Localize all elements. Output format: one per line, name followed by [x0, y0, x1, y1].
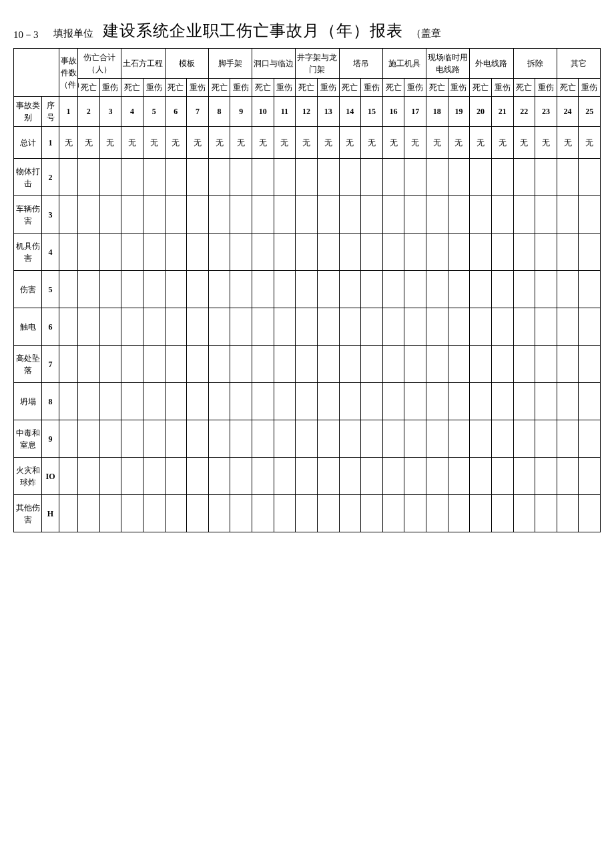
- cell: [274, 159, 296, 196]
- cell: [78, 308, 100, 346]
- column-sub-9-0: 死亡: [426, 79, 448, 97]
- cell: [143, 383, 165, 420]
- cell: [448, 196, 470, 234]
- cell: 无: [513, 127, 535, 159]
- cell: [187, 196, 209, 234]
- cell: 无: [121, 127, 143, 159]
- cell: [121, 196, 143, 234]
- page-header: 10－3 填报单位 建设系统企业职工伤亡事故月（年）报表 （盖章: [13, 20, 601, 41]
- column-sub-7-1: 重伤: [361, 79, 383, 97]
- col-number-23: 23: [535, 97, 557, 127]
- cell: [99, 271, 121, 308]
- column-sub-2-0: 死亡: [121, 79, 143, 97]
- cell: [59, 234, 78, 271]
- cell: [121, 308, 143, 346]
- cell: [513, 271, 535, 308]
- cell: [208, 346, 230, 383]
- cell: [491, 458, 513, 495]
- cell: 无: [361, 127, 383, 159]
- table-row: 触电6: [14, 308, 601, 346]
- column-sub-11-1: 重伤: [535, 79, 557, 97]
- column-group-8: 施工机具: [382, 49, 426, 79]
- cell: [339, 495, 361, 532]
- cell: [187, 308, 209, 346]
- cell: [208, 458, 230, 495]
- table-row: 物体打击2: [14, 159, 601, 196]
- cell: [426, 458, 448, 495]
- cell: [513, 196, 535, 234]
- column-sub-5-1: 重伤: [274, 79, 296, 97]
- reporting-unit-label: 填报单位: [53, 27, 93, 41]
- cell: [317, 458, 339, 495]
- row-seq: 4: [42, 234, 59, 271]
- cell: [579, 458, 601, 495]
- row-seq: 6: [42, 308, 59, 346]
- column-sub-7-0: 死亡: [339, 79, 361, 97]
- cell: [491, 234, 513, 271]
- cell: [557, 346, 579, 383]
- cell: [491, 308, 513, 346]
- cell: 无: [404, 127, 426, 159]
- cell: [535, 495, 557, 532]
- cell: [296, 196, 318, 234]
- cell: [579, 346, 601, 383]
- cell: [274, 495, 296, 532]
- cell: [230, 458, 252, 495]
- table-row: 伤害5: [14, 271, 601, 308]
- cell: [426, 308, 448, 346]
- cell: [187, 271, 209, 308]
- cell: [404, 420, 426, 458]
- cell: [382, 383, 404, 420]
- header-blank: [14, 49, 59, 97]
- column-group-5: 洞口与临边: [252, 49, 296, 79]
- column-sub-11-0: 死亡: [513, 79, 535, 97]
- cell: [59, 495, 78, 532]
- cell: [230, 346, 252, 383]
- cell: [361, 234, 383, 271]
- cell: [470, 383, 492, 420]
- cell: [121, 159, 143, 196]
- row-label: 触电: [14, 308, 42, 346]
- cell: [143, 495, 165, 532]
- cell: [491, 196, 513, 234]
- cell: [513, 308, 535, 346]
- cell: [99, 458, 121, 495]
- cell: [579, 271, 601, 308]
- cell: [59, 196, 78, 234]
- column-sub-8-1: 重伤: [404, 79, 426, 97]
- cell: [361, 271, 383, 308]
- cell: 无: [579, 127, 601, 159]
- cell: [208, 308, 230, 346]
- cell: [78, 383, 100, 420]
- cell: 无: [274, 127, 296, 159]
- cell: [59, 159, 78, 196]
- column-sub-9-1: 重伤: [448, 79, 470, 97]
- cell: [557, 234, 579, 271]
- column-sub-10-1: 重伤: [491, 79, 513, 97]
- cell: [513, 458, 535, 495]
- cell: [230, 271, 252, 308]
- cell: [557, 308, 579, 346]
- column-sub-12-1: 重伤: [579, 79, 601, 97]
- cell: [165, 420, 187, 458]
- cell: [535, 196, 557, 234]
- cell: [78, 196, 100, 234]
- cell: [470, 420, 492, 458]
- row-seq: 8: [42, 383, 59, 420]
- cell: [296, 308, 318, 346]
- table-row: 高处坠落7: [14, 346, 601, 383]
- cell: [513, 495, 535, 532]
- cell: [230, 308, 252, 346]
- cell: [208, 196, 230, 234]
- cell: 无: [165, 127, 187, 159]
- col-number-4: 4: [121, 97, 143, 127]
- cell: [557, 495, 579, 532]
- cell: [296, 383, 318, 420]
- table-row: 机具伤害4: [14, 234, 601, 271]
- cell: [121, 271, 143, 308]
- cell: [187, 420, 209, 458]
- cell: [121, 234, 143, 271]
- cell: [296, 495, 318, 532]
- cell: 无: [339, 127, 361, 159]
- cell: [165, 271, 187, 308]
